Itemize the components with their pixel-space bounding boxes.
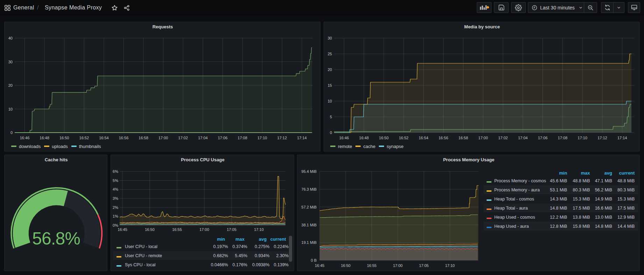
svg-text:16:54: 16:54 bbox=[99, 136, 109, 140]
svg-text:5%: 5% bbox=[113, 178, 118, 183]
svg-text:16:58: 16:58 bbox=[459, 136, 468, 140]
svg-text:16:56: 16:56 bbox=[439, 136, 448, 140]
svg-text:16:50: 16:50 bbox=[145, 227, 155, 232]
svg-text:95.4 MiB: 95.4 MiB bbox=[302, 169, 317, 174]
svg-text:17:00: 17:00 bbox=[478, 136, 488, 140]
svg-text:1%: 1% bbox=[113, 214, 118, 218]
svg-text:25: 25 bbox=[328, 52, 332, 56]
svg-text:17:06: 17:06 bbox=[538, 136, 548, 140]
svg-text:17:05: 17:05 bbox=[419, 263, 429, 268]
svg-text:17:10: 17:10 bbox=[445, 263, 455, 268]
svg-text:17:14: 17:14 bbox=[297, 136, 307, 140]
svg-text:20: 20 bbox=[328, 68, 332, 72]
svg-text:16:48: 16:48 bbox=[359, 136, 369, 140]
svg-text:16:52: 16:52 bbox=[399, 136, 409, 140]
svg-text:17:14: 17:14 bbox=[617, 136, 627, 140]
svg-text:16:58: 16:58 bbox=[139, 136, 148, 140]
svg-text:4%: 4% bbox=[113, 187, 118, 191]
svg-text:16:45: 16:45 bbox=[118, 227, 127, 232]
svg-text:17:00: 17:00 bbox=[199, 227, 209, 232]
svg-text:16:46: 16:46 bbox=[20, 136, 30, 140]
svg-text:0: 0 bbox=[10, 131, 13, 135]
svg-text:0 B: 0 B bbox=[311, 258, 317, 262]
svg-text:2%: 2% bbox=[113, 205, 118, 210]
svg-text:17:04: 17:04 bbox=[518, 136, 528, 140]
svg-text:17:08: 17:08 bbox=[238, 136, 247, 140]
svg-text:17:00: 17:00 bbox=[393, 263, 403, 268]
svg-text:17:00: 17:00 bbox=[158, 136, 168, 140]
svg-text:16:56: 16:56 bbox=[119, 136, 129, 140]
svg-text:16:48: 16:48 bbox=[40, 136, 49, 140]
svg-text:17:12: 17:12 bbox=[277, 136, 287, 140]
svg-text:16:45: 16:45 bbox=[315, 263, 325, 268]
svg-text:17:10: 17:10 bbox=[257, 136, 267, 140]
svg-text:17:10: 17:10 bbox=[578, 136, 587, 140]
svg-text:0%: 0% bbox=[113, 223, 118, 227]
svg-text:16:46: 16:46 bbox=[339, 136, 349, 140]
svg-text:40: 40 bbox=[8, 36, 13, 40]
svg-text:16:52: 16:52 bbox=[79, 136, 89, 140]
svg-text:15: 15 bbox=[328, 83, 332, 87]
svg-text:10: 10 bbox=[8, 107, 13, 111]
svg-text:17:02: 17:02 bbox=[498, 136, 508, 140]
svg-text:16:54: 16:54 bbox=[419, 136, 429, 140]
svg-text:16:55: 16:55 bbox=[172, 227, 182, 232]
svg-text:3%: 3% bbox=[113, 196, 118, 200]
svg-text:19.1 MiB: 19.1 MiB bbox=[302, 240, 317, 245]
svg-text:57.2 MiB: 57.2 MiB bbox=[302, 205, 317, 209]
svg-text:30: 30 bbox=[8, 60, 13, 64]
svg-text:16:50: 16:50 bbox=[59, 136, 69, 140]
svg-text:17:10: 17:10 bbox=[254, 227, 264, 232]
svg-text:16:50: 16:50 bbox=[341, 263, 351, 268]
svg-text:6%: 6% bbox=[113, 169, 118, 174]
svg-text:16:50: 16:50 bbox=[379, 136, 389, 140]
svg-text:17:12: 17:12 bbox=[597, 136, 607, 140]
svg-text:38.1 MiB: 38.1 MiB bbox=[302, 223, 317, 227]
svg-text:0: 0 bbox=[330, 131, 332, 135]
svg-text:17:05: 17:05 bbox=[227, 227, 236, 232]
svg-text:30: 30 bbox=[328, 36, 332, 40]
svg-text:16:55: 16:55 bbox=[367, 263, 377, 268]
svg-text:20: 20 bbox=[8, 83, 13, 87]
svg-text:17:08: 17:08 bbox=[558, 136, 568, 140]
svg-text:5: 5 bbox=[330, 115, 332, 119]
svg-text:17:06: 17:06 bbox=[218, 136, 228, 140]
svg-text:76.3 MiB: 76.3 MiB bbox=[302, 187, 317, 191]
svg-text:17:02: 17:02 bbox=[178, 136, 188, 140]
svg-text:10: 10 bbox=[328, 99, 332, 103]
svg-text:17:04: 17:04 bbox=[198, 136, 208, 140]
